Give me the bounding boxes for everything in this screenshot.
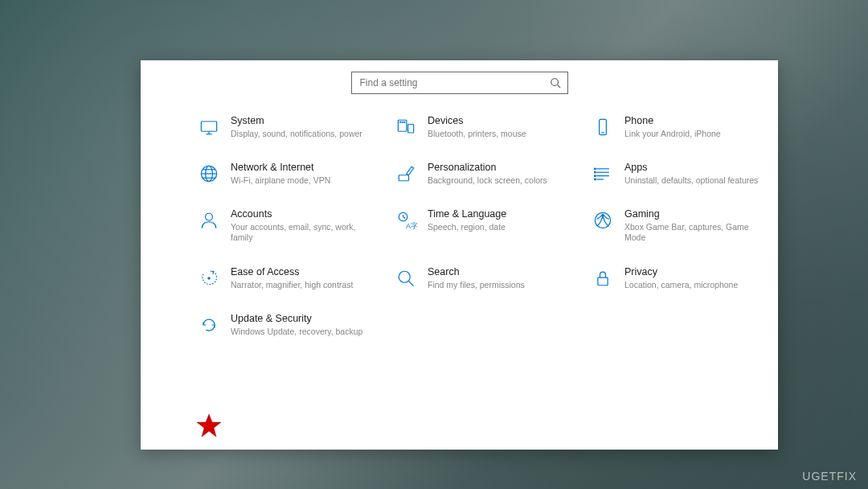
time-language-icon: A字	[394, 208, 418, 232]
tile-desc: Windows Update, recovery, backup	[231, 327, 367, 337]
tile-desc: Bluetooth, printers, mouse	[428, 129, 564, 139]
svg-text:A字: A字	[406, 222, 417, 230]
tile-text: Search Find my files, permissions	[428, 266, 583, 290]
tile-text: Update & Security Windows Update, recove…	[231, 313, 386, 337]
apps-icon	[591, 162, 615, 186]
svg-point-9	[404, 121, 405, 122]
tile-desc: Uninstall, defaults, optional features	[624, 175, 761, 186]
svg-point-32	[207, 277, 211, 280]
gaming-icon	[591, 208, 615, 232]
svg-point-8	[402, 121, 403, 122]
tile-text: Time & Language Speech, region, date	[428, 208, 583, 232]
ease-of-access-icon	[197, 266, 221, 290]
svg-point-26	[206, 214, 213, 221]
tile-text: Gaming Xbox Game Bar, captures, Game Mod…	[624, 208, 778, 243]
svg-marker-36	[197, 414, 221, 437]
tile-network[interactable]: Network & Internet Wi-Fi, airplane mode,…	[197, 162, 386, 186]
tile-title: System	[231, 115, 386, 127]
search-box[interactable]	[351, 72, 568, 94]
tile-title: Update & Security	[231, 313, 386, 325]
svg-point-24	[595, 175, 596, 177]
tile-apps[interactable]: Apps Uninstall, defaults, optional featu…	[591, 162, 778, 186]
svg-point-33	[399, 271, 410, 282]
tile-text: System Display, sound, notifications, po…	[231, 115, 386, 139]
magnifier-icon	[394, 266, 418, 290]
settings-grid: System Display, sound, notifications, po…	[197, 115, 778, 337]
tile-desc: Location, camera, microphone	[624, 280, 761, 290]
svg-point-22	[595, 168, 596, 170]
tile-devices[interactable]: Devices Bluetooth, printers, mouse	[394, 115, 583, 139]
search-icon	[550, 77, 561, 88]
watermark: UGETFIX	[802, 470, 857, 483]
tile-desc: Xbox Game Bar, captures, Game Mode	[624, 222, 761, 243]
tile-text: Apps Uninstall, defaults, optional featu…	[624, 162, 778, 186]
svg-point-7	[399, 121, 400, 122]
tile-text: Accounts Your accounts, email, sync, wor…	[231, 208, 386, 243]
tile-text: Phone Link your Android, iPhone	[624, 115, 778, 139]
tile-ease[interactable]: Ease of Access Narrator, magnifier, high…	[197, 266, 386, 290]
tile-title: Phone	[624, 115, 778, 127]
tile-system[interactable]: System Display, sound, notifications, po…	[197, 115, 386, 139]
tile-phone[interactable]: Phone Link your Android, iPhone	[591, 115, 778, 139]
svg-rect-6	[408, 125, 414, 134]
tile-desc: Display, sound, notifications, power	[231, 129, 367, 139]
tile-title: Network & Internet	[231, 162, 386, 174]
tile-search[interactable]: Search Find my files, permissions	[394, 266, 583, 290]
tile-text: Network & Internet Wi-Fi, airplane mode,…	[231, 162, 386, 186]
tile-privacy[interactable]: Privacy Location, camera, microphone	[591, 266, 778, 290]
tile-title: Ease of Access	[231, 266, 386, 278]
lock-icon	[591, 266, 615, 290]
tile-desc: Find my files, permissions	[428, 280, 564, 290]
tile-desc: Link your Android, iPhone	[624, 129, 761, 139]
tile-title: Personalization	[428, 162, 583, 174]
tile-title: Apps	[624, 162, 778, 174]
svg-point-25	[595, 179, 596, 180]
person-icon	[197, 208, 221, 232]
globe-icon	[197, 162, 221, 186]
svg-line-1	[557, 85, 560, 88]
highlight-star-icon	[196, 413, 222, 438]
tile-title: Gaming	[624, 208, 778, 220]
tile-title: Time & Language	[428, 208, 583, 220]
search-row	[141, 72, 778, 94]
svg-point-0	[551, 79, 558, 86]
tile-text: Personalization Background, lock screen,…	[428, 162, 583, 186]
svg-line-34	[409, 281, 414, 286]
tile-desc: Background, lock screen, colors	[428, 175, 564, 186]
svg-rect-35	[598, 277, 608, 286]
tile-accounts[interactable]: Accounts Your accounts, email, sync, wor…	[197, 208, 386, 243]
tile-desc: Narrator, magnifier, high contrast	[231, 280, 367, 290]
tile-title: Devices	[428, 115, 583, 127]
tile-update[interactable]: Update & Security Windows Update, recove…	[197, 313, 386, 337]
tile-gaming[interactable]: Gaming Xbox Game Bar, captures, Game Mod…	[591, 208, 778, 243]
svg-rect-2	[201, 121, 216, 131]
tile-title: Privacy	[624, 266, 778, 278]
devices-icon	[394, 115, 418, 139]
svg-point-23	[595, 172, 596, 174]
phone-icon	[591, 115, 615, 139]
tile-text: Privacy Location, camera, microphone	[624, 266, 778, 290]
update-icon	[197, 313, 221, 337]
tile-title: Search	[428, 266, 583, 278]
tile-time[interactable]: A字 Time & Language Speech, region, date	[394, 208, 583, 243]
tile-text: Ease of Access Narrator, magnifier, high…	[231, 266, 386, 290]
tile-title: Accounts	[231, 208, 386, 220]
paint-icon	[394, 162, 418, 186]
settings-window: System Display, sound, notifications, po…	[141, 60, 778, 450]
tile-desc: Your accounts, email, sync, work, family	[231, 222, 367, 243]
svg-rect-17	[399, 175, 408, 181]
system-icon	[197, 115, 221, 139]
tile-desc: Wi-Fi, airplane mode, VPN	[231, 175, 367, 186]
tile-text: Devices Bluetooth, printers, mouse	[428, 115, 583, 139]
tile-desc: Speech, region, date	[428, 222, 564, 232]
tile-personalization[interactable]: Personalization Background, lock screen,…	[394, 162, 583, 186]
svg-line-29	[403, 217, 406, 219]
search-input[interactable]	[358, 76, 550, 89]
